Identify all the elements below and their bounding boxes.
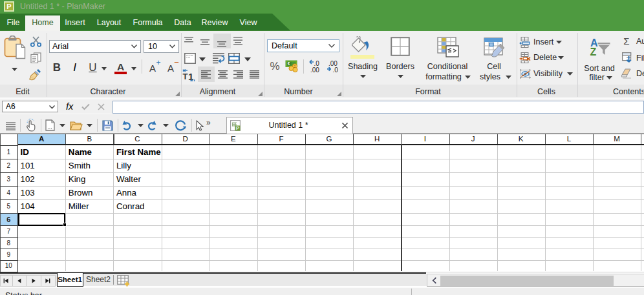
svg-text:T: T (182, 72, 188, 81)
svg-text:1: 1 (188, 71, 193, 82)
svg-text:P: P (236, 125, 239, 131)
svg-text:.0: .0 (333, 66, 339, 74)
svg-text:Z: Z (590, 46, 597, 57)
svg-text:.00: .00 (310, 66, 319, 74)
svg-text:2: 2 (294, 65, 295, 68)
svg-text:€: € (288, 61, 290, 66)
